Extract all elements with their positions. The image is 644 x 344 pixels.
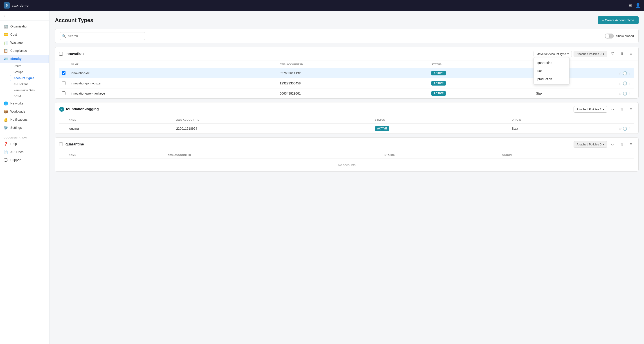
sidebar-sub-users[interactable]: Users [10,63,49,69]
sidebar-item-settings[interactable]: ⚙️ Settings [0,124,49,132]
row-checkbox[interactable] [62,71,66,75]
row-origin: Stax [533,89,612,99]
sidebar-label-notifications: Notifications [10,118,28,121]
section-foundation-logging-header: ✓ foundation-logging Attached Policies 1… [55,102,638,116]
more-icon[interactable]: ⋮ [628,127,632,131]
section-foundation-logging-actions: Attached Policies 1 ▾ 🛡 ⇅ ≡ [574,106,634,113]
row-actions: ☆ 🕐 ⋮ [614,71,632,75]
more-icon[interactable]: ⋮ [628,71,632,75]
sidebar-item-compliance[interactable]: 📋 Compliance [0,47,49,55]
sidebar-sub-account-types[interactable]: Account Types [10,75,49,81]
more-icon[interactable]: ⋮ [628,91,632,96]
wastage-icon: 📊 [4,40,8,45]
history-icon[interactable]: 🕐 [622,71,627,75]
identity-icon: 🪪 [4,57,8,61]
sidebar-item-workloads[interactable]: 📦 Workloads [0,107,49,116]
section-foundation-logging-table: NAME AWS ACCOUNT ID STATUS ORIGIN loggin… [59,116,634,134]
star-icon[interactable]: ☆ [618,71,622,75]
sidebar-label-wastage: Wastage [10,41,23,44]
history-icon[interactable]: 🕐 [622,127,627,131]
dropdown-item-quarantine[interactable]: quarantine [534,59,569,67]
col-aws-id: AWS ACCOUNT ID [174,116,372,124]
section-quarantine-checkbox[interactable] [59,143,63,146]
list-icon-btn-foundation[interactable]: ≡ [627,106,634,113]
row-status: ACTIVE [372,124,509,134]
sidebar-item-notifications[interactable]: 🔔 Notifications [0,116,49,124]
section-foundation-logging: ✓ foundation-logging Attached Policies 1… [55,102,638,134]
sidebar: ‹ 🏢 Organization 💳 Cost 📊 Wastage 📋 Comp… [0,11,50,344]
section-innovation: innovation Move to: Account Type ▾ quara… [55,47,638,99]
shield-icon-btn-innovation[interactable]: 🛡 [609,50,616,57]
attached-policies-button-quarantine[interactable]: Attached Policies 0 ▾ [574,141,607,148]
empty-state: No accounts [59,159,634,172]
section-foundation-logging-title: foundation-logging [66,107,574,111]
section-quarantine-title: quarantine [66,142,574,146]
shield-icon-btn-foundation[interactable]: 🛡 [609,106,616,113]
col-origin: ORIGIN [500,151,612,159]
user-icon[interactable]: 👤 [636,3,640,8]
status-badge: ACTIVE [375,126,389,131]
sort-icon-btn-innovation[interactable]: ⇅ [618,50,625,57]
grid-icon[interactable]: ⊞ [628,3,632,8]
dropdown-item-production[interactable]: production [534,75,569,83]
more-icon[interactable]: ⋮ [628,81,632,86]
sidebar-item-support[interactable]: 💬 Support [0,156,49,164]
sidebar-item-wastage[interactable]: 📊 Wastage [0,39,49,47]
sidebar-item-identity[interactable]: 🪪 Identity [0,55,49,63]
sidebar-sub-api-tokens[interactable]: API Tokens [10,81,49,87]
api-docs-icon: 📄 [4,150,8,154]
star-icon[interactable]: ☆ [618,127,622,131]
move-to-chevron-icon: ▾ [567,52,569,56]
star-icon[interactable]: ☆ [618,91,622,96]
row-aws-id: 606343829661 [277,89,429,99]
search-wrap: 🔍 [60,32,145,40]
sidebar-item-api-docs[interactable]: 📄 API Docs [0,148,49,156]
sidebar-sub-groups[interactable]: Groups [10,69,49,75]
sidebar-item-organization[interactable]: 🏢 Organization [0,22,49,30]
app-name: stax-demo [12,4,28,8]
row-status: ACTIVE [429,78,533,89]
sidebar-sub-scim[interactable]: SCIM [10,93,49,99]
sidebar-label-cost: Cost [10,33,17,36]
sidebar-item-networks[interactable]: 🌐 Networks [0,99,49,107]
attached-policies-button-innovation[interactable]: Attached Policies 0 ▾ [574,51,607,57]
show-closed-toggle-switch[interactable] [605,34,614,39]
app-logo: S stax-demo [4,2,28,9]
move-to-button[interactable]: Move to: Account Type ▾ [534,51,572,57]
list-icon-btn-quarantine[interactable]: ≡ [627,141,634,148]
sidebar-label-networks: Networks [10,102,24,105]
star-icon[interactable]: ☆ [618,81,622,86]
networks-icon: 🌐 [4,101,8,106]
sidebar-collapse-button[interactable]: ‹ [0,11,49,21]
search-input[interactable] [60,32,145,40]
sidebar-item-cost[interactable]: 💳 Cost [0,30,49,39]
search-container: 🔍 Show closed [55,29,638,43]
settings-icon: ⚙️ [4,125,8,130]
status-badge: ACTIVE [431,71,446,75]
row-origin: Stax [509,124,612,134]
dropdown-item-uat[interactable]: uat [534,67,569,75]
list-icon-btn-innovation[interactable]: ≡ [627,50,634,57]
section-innovation-checkbox[interactable] [59,52,63,56]
row-aws-id: 220011218924 [174,124,372,134]
row-aws-id: 123229306458 [277,78,429,89]
history-icon[interactable]: 🕐 [622,91,627,96]
organization-icon: 🏢 [4,24,8,29]
section-quarantine-header: quarantine Attached Policies 0 ▾ 🛡 ⇅ ≡ [55,138,638,151]
col-aws-id: AWS ACCOUNT ID [277,61,429,68]
history-icon[interactable]: 🕐 [622,81,627,86]
topbar-actions: ⊞ 👤 [628,3,640,8]
shield-icon-btn-quarantine[interactable]: 🛡 [609,141,616,148]
attached-chevron-icon: ▾ [603,52,604,56]
sidebar-sub-permission-sets[interactable]: Permission Sets [10,87,49,93]
create-account-type-button[interactable]: + Create Account Type [598,16,638,24]
status-badge: ACTIVE [431,81,446,86]
sidebar-item-help[interactable]: ❓ Help [0,140,49,148]
section-innovation-actions: Attached Policies 0 ▾ 🛡 ⇅ ≡ [574,50,634,57]
col-name: NAME [66,116,174,124]
col-status: STATUS [372,116,509,124]
row-checkbox[interactable] [62,81,66,85]
row-checkbox[interactable] [62,91,66,95]
section-quarantine-table-wrap: NAME AWS ACCOUNT ID STATUS ORIGIN No acc… [55,151,638,171]
attached-policies-button-foundation[interactable]: Attached Policies 1 ▾ [574,106,607,113]
